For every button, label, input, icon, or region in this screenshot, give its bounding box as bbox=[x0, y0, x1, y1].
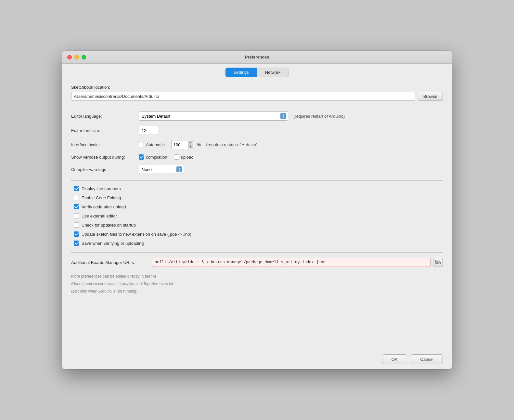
scale-restart-note: (requires restart of Arduino) bbox=[206, 142, 257, 147]
editor-font-size-row: Editor font size: bbox=[71, 126, 443, 135]
footer: OK Cancel bbox=[62, 349, 452, 369]
checkbox-row-update-sketch: Update sketch files to new extension on … bbox=[74, 231, 443, 237]
display-line-numbers-checkbox[interactable] bbox=[74, 186, 79, 191]
compilation-checkbox-wrapper: compilation bbox=[139, 154, 167, 160]
save-when-verifying-checkbox[interactable] bbox=[74, 241, 79, 246]
traffic-lights bbox=[67, 55, 86, 59]
tab-bar: Settings Network bbox=[62, 64, 452, 77]
automatic-label: Automatic bbox=[146, 142, 165, 147]
titlebar: Preferences bbox=[62, 51, 452, 64]
scale-increment-button[interactable]: ▲ bbox=[188, 141, 193, 145]
checkbox-row-display-line-numbers: Display line numbers bbox=[74, 186, 443, 191]
window-title: Preferences bbox=[245, 55, 269, 59]
compiler-warnings-select[interactable]: None Default More All bbox=[139, 165, 184, 174]
scale-decrement-button[interactable]: ▼ bbox=[188, 145, 193, 149]
interface-scale-label: Interface scale: bbox=[71, 142, 136, 147]
additional-boards-row: Additional Boards Manager URLs: bbox=[71, 258, 443, 267]
preferences-content: Sketchbook location: Browse Editor langu… bbox=[62, 77, 452, 349]
upload-label: upload bbox=[181, 155, 194, 160]
automatic-checkbox-wrapper: Automatic bbox=[139, 142, 165, 147]
more-prefs-line3: (edit only when Arduino is not running) bbox=[71, 288, 443, 295]
scale-spinner-wrapper: ▲ ▼ bbox=[171, 140, 194, 149]
open-list-icon bbox=[435, 260, 441, 265]
external-editor-label: Use external editor bbox=[82, 214, 117, 218]
upload-checkbox[interactable] bbox=[174, 154, 179, 160]
svg-rect-2 bbox=[436, 262, 438, 263]
checkbox-row-check-updates: Check for updates on startup bbox=[74, 222, 443, 228]
more-prefs-section: More preferences can be edited directly … bbox=[71, 273, 443, 295]
check-updates-checkbox[interactable] bbox=[74, 222, 79, 228]
automatic-checkbox[interactable] bbox=[139, 142, 144, 147]
divider-1 bbox=[71, 106, 443, 106]
editor-font-size-label: Editor font size: bbox=[71, 128, 136, 133]
sketchbook-label: Sketchbook location: bbox=[71, 85, 443, 90]
upload-checkbox-wrapper: upload bbox=[174, 154, 194, 160]
verify-code-checkbox[interactable] bbox=[74, 204, 79, 209]
divider-2 bbox=[71, 180, 443, 181]
editor-language-label: Editor language: bbox=[71, 114, 136, 119]
enable-code-folding-checkbox[interactable] bbox=[74, 195, 79, 200]
verbose-output-label: Show verbose output during: bbox=[71, 155, 136, 160]
more-prefs-line2: /Users/nemesiscontreras/Library/Arduino1… bbox=[71, 281, 443, 287]
verify-code-label: Verify code after upload bbox=[82, 204, 126, 209]
svg-rect-4 bbox=[440, 263, 440, 263]
tab-network[interactable]: Network bbox=[257, 68, 289, 77]
checkbox-row-external-editor: Use external editor bbox=[74, 213, 443, 218]
compiler-warnings-label: Compiler warnings: bbox=[71, 167, 136, 172]
minimize-button[interactable] bbox=[74, 55, 79, 59]
verbose-output-row: Show verbose output during: compilation … bbox=[71, 154, 443, 160]
maximize-button[interactable] bbox=[82, 55, 86, 59]
enable-code-folding-label: Enable Code Folding bbox=[82, 195, 121, 200]
editor-language-row: Editor language: System Default (require… bbox=[71, 112, 443, 121]
display-line-numbers-label: Display line numbers bbox=[82, 186, 121, 191]
compilation-label: compilation bbox=[146, 155, 167, 160]
checkbox-row-enable-code-folding: Enable Code Folding bbox=[74, 195, 443, 200]
save-when-verifying-label: Save when verifying or uploading bbox=[82, 241, 144, 246]
language-restart-note: (requires restart of Arduino) bbox=[293, 114, 345, 119]
preferences-window: Preferences Settings Network Sketchbook … bbox=[62, 51, 452, 369]
update-sketch-checkbox[interactable] bbox=[74, 231, 79, 237]
percent-sign: % bbox=[197, 142, 201, 147]
cancel-button[interactable]: Cancel bbox=[411, 354, 443, 364]
additional-boards-input[interactable] bbox=[152, 258, 430, 267]
boards-icon-button[interactable] bbox=[433, 258, 443, 267]
checkbox-row-verify-code: Verify code after upload bbox=[74, 204, 443, 209]
ok-button[interactable]: OK bbox=[382, 354, 407, 364]
more-prefs-line1: More preferences can be edited directly … bbox=[71, 273, 443, 280]
compilation-checkbox[interactable] bbox=[139, 154, 144, 160]
tab-settings[interactable]: Settings bbox=[225, 68, 257, 77]
scale-spinner-buttons: ▲ ▼ bbox=[188, 141, 193, 149]
compiler-warnings-row: Compiler warnings: None Default More All bbox=[71, 165, 443, 174]
verbose-options: compilation upload bbox=[139, 154, 194, 160]
editor-language-select-wrapper: System Default bbox=[139, 112, 288, 121]
close-button[interactable] bbox=[67, 55, 72, 59]
checkboxes-section: Display line numbers Enable Code Folding… bbox=[71, 186, 443, 246]
editor-language-select[interactable]: System Default bbox=[139, 112, 288, 121]
sketchbook-path-input[interactable] bbox=[71, 92, 415, 101]
sketchbook-location-row: Sketchbook location: Browse bbox=[71, 85, 443, 101]
additional-boards-label: Additional Boards Manager URLs: bbox=[71, 260, 149, 265]
browse-button[interactable]: Browse bbox=[418, 92, 443, 101]
interface-scale-row: Interface scale: Automatic ▲ ▼ % (requir… bbox=[71, 140, 443, 149]
update-sketch-label: Update sketch files to new extension on … bbox=[82, 232, 191, 237]
svg-rect-1 bbox=[436, 261, 439, 262]
compiler-warnings-select-wrapper: None Default More All bbox=[139, 165, 184, 174]
sketchbook-input-row: Browse bbox=[71, 92, 443, 101]
editor-font-size-input[interactable] bbox=[139, 126, 158, 135]
check-updates-label: Check for updates on startup bbox=[82, 223, 136, 228]
checkbox-row-save-when-verifying: Save when verifying or uploading bbox=[74, 241, 443, 246]
divider-3 bbox=[71, 252, 443, 253]
external-editor-checkbox[interactable] bbox=[74, 213, 79, 218]
